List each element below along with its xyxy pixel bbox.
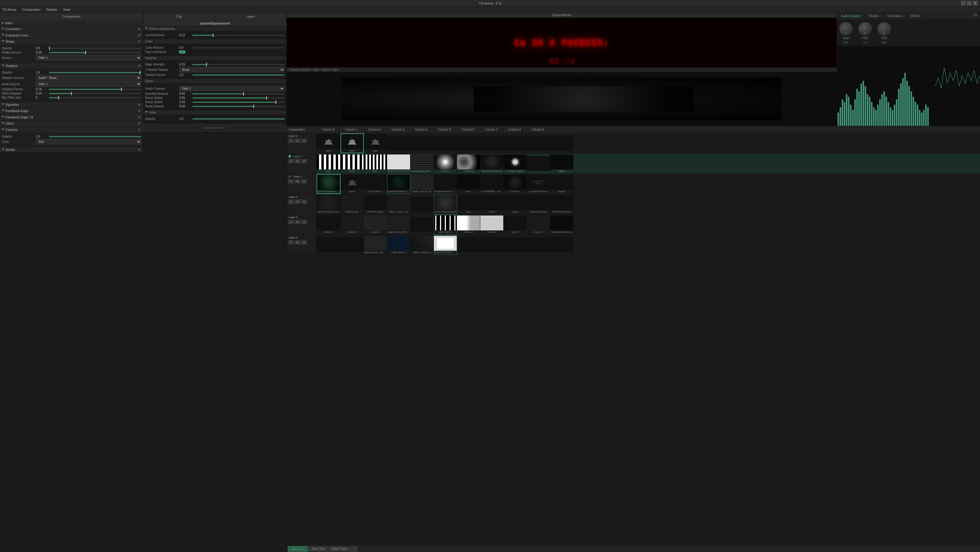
layer-2-x-button[interactable]: X xyxy=(288,199,294,204)
menu-td-arena[interactable]: TD Arena xyxy=(1,8,18,11)
layer-1-cell-composition[interactable]: particleDisplacement xyxy=(317,174,340,194)
layer-6-cell-col3[interactable]: Glitch_Texture_5 xyxy=(410,235,434,255)
layer-5-cell-col7[interactable] xyxy=(504,133,527,153)
layer-6-b-button[interactable]: B xyxy=(294,240,301,244)
layer-5-cell-col4[interactable] xyxy=(434,133,457,153)
layer-1-cell-col0[interactable]: logos xyxy=(340,174,364,194)
layer-1-b-button[interactable]: B xyxy=(294,179,301,183)
pd-particles-section[interactable]: Particles xyxy=(143,56,286,61)
close-vignettes-button[interactable]: ✕ xyxy=(137,102,141,107)
layer-6-x-button[interactable]: X xyxy=(288,240,294,244)
audio-source-dropdown[interactable]: Filter 1 xyxy=(36,81,141,87)
section-video-header[interactable]: Video xyxy=(0,20,143,26)
ssd-knob[interactable] xyxy=(878,22,891,35)
quantize-amount-slider[interactable] xyxy=(192,93,285,94)
ramp-select-slider[interactable] xyxy=(192,102,285,103)
layer-4-cell-composition[interactable]: bars xyxy=(317,154,340,174)
menu-render[interactable]: Render xyxy=(45,8,59,11)
color-amount-slider[interactable] xyxy=(192,47,285,48)
lense-amount-slider[interactable] xyxy=(192,35,285,36)
layer-4-x-button[interactable]: X xyxy=(288,159,294,163)
layer-5-cell-col9[interactable] xyxy=(550,133,573,153)
layer-3-s-button[interactable]: S xyxy=(301,220,307,224)
layer-1-s-button[interactable]: S xyxy=(301,179,307,183)
layer-4-cell-col5[interactable]: Tunnel-2 xyxy=(457,154,480,174)
layer-6-cell-col4[interactable]: Minimal Tunnels (30) xyxy=(434,235,457,255)
add-deck-button[interactable]: + xyxy=(351,546,358,552)
layer-5-b-button[interactable]: B xyxy=(294,139,301,143)
colorize-opacity-slider[interactable] xyxy=(49,136,141,137)
layer-4-cell-col1[interactable]: bars xyxy=(364,154,387,174)
layer-2-cell-col0[interactable]: Wobbly Dots xyxy=(340,194,364,214)
layer-6-cell-composition[interactable] xyxy=(317,235,340,255)
layer-5-cell-col5[interactable] xyxy=(457,133,480,153)
layer-4-b-button[interactable]: B xyxy=(294,159,301,163)
layer-1-cell-col5[interactable]: lines xyxy=(457,174,480,194)
close-correction-button[interactable]: ✕ xyxy=(137,27,141,31)
section-glitch-header[interactable]: Glitch ✕ xyxy=(0,120,143,126)
layer-2-cell-col2[interactable]: Noisy_Texture_18 xyxy=(387,194,410,214)
section-engraved-header[interactable]: Engraved Lines ✕ xyxy=(0,32,143,38)
section-vignettes-header[interactable]: Vignettes ✕ xyxy=(0,102,143,108)
close-engraved-button[interactable]: ✕ xyxy=(137,33,141,37)
particle-source-slider[interactable] xyxy=(192,74,285,76)
layer-5-cell-col6[interactable] xyxy=(480,133,504,153)
close-window-button[interactable]: ✕ xyxy=(973,1,978,6)
layer-5-s-button[interactable]: S xyxy=(301,139,307,143)
displace-opacity-slider[interactable] xyxy=(49,72,141,73)
clip-tab[interactable]: Clip xyxy=(143,13,215,20)
displace-period-slider[interactable] xyxy=(49,89,141,90)
close-displace-button[interactable]: ✕ xyxy=(137,64,141,68)
layer-4-cell-col8[interactable] xyxy=(527,154,550,174)
layer-2-cell-col1[interactable]: Primitive Lights xyxy=(364,194,387,214)
layer-6-cell-col8[interactable] xyxy=(527,235,550,255)
layer-6-cell-col7[interactable] xyxy=(504,235,527,255)
layer-1-cell-col9[interactable]: ripples xyxy=(550,174,573,194)
layer-3-cell-col9[interactable]: Minimal Tunnels (1) xyxy=(550,215,573,235)
composition-tab[interactable]: Composition xyxy=(0,13,143,20)
layer-2-s-button[interactable]: S xyxy=(301,199,307,204)
layer-3-cell-col4[interactable]: Laak Glitch 2 xyxy=(434,215,457,235)
layer-3-cell-col2[interactable]: Experimental_Flicker_4 xyxy=(387,215,410,235)
layer-4-cell-col4[interactable]: Tunnel-1 xyxy=(434,154,457,174)
layer-4-cell-col6[interactable]: Minimal Tunnels (1) xyxy=(480,154,504,174)
layer-2-cell-col9[interactable]: Slow Pace Blocks xyxy=(550,194,573,214)
close-glitch-button[interactable]: ✕ xyxy=(137,121,141,126)
layer-2-cell-col4[interactable]: Noise Displacement xyxy=(434,194,457,214)
layer-5-x-button[interactable]: X xyxy=(288,139,294,143)
deck-tab-one[interactable]: Deck One xyxy=(288,546,308,551)
layer-6-cell-col5[interactable] xyxy=(457,235,480,255)
displace-source-dropdown[interactable]: Audio * Noise xyxy=(36,75,141,80)
layer-3-b-button[interactable]: B xyxy=(294,220,301,224)
deck-tab-two[interactable]: Deck Two xyxy=(308,546,328,551)
layer-3-cell-col5[interactable]: V-Bars-1 xyxy=(457,215,480,235)
pd-section-particle[interactable]: Particle Displacem▸ xyxy=(143,27,286,31)
tab-effects[interactable]: Effects xyxy=(907,13,924,19)
close-feedback-edge-td-button[interactable]: ✕ xyxy=(137,115,141,119)
maximize-button[interactable]: □ xyxy=(967,1,972,6)
layer-1-cell-col4[interactable]: Dungeon boom_5000.5 xyxy=(434,174,457,194)
deck-tab-three[interactable]: Deck Three xyxy=(329,546,351,551)
layer-6-cell-col2[interactable]: Laak Glitch 3 xyxy=(387,235,410,255)
fsd-knob[interactable] xyxy=(858,22,872,35)
layer-1-cell-col7[interactable]: Tunnel-1 xyxy=(504,174,527,194)
layer-3-cell-composition[interactable]: Noise-01 xyxy=(317,215,340,235)
pd-color-section[interactable]: Color xyxy=(143,39,286,44)
layer-5-cell-col2[interactable] xyxy=(387,133,410,153)
layer-3-cell-col8[interactable]: Tunnel-2 xyxy=(527,215,550,235)
layer-4-s-button[interactable]: S xyxy=(301,159,307,163)
layer-1-cell-col1[interactable]: Laak Glitch 1 xyxy=(364,174,387,194)
layer-5-cell-col1[interactable]: logos xyxy=(364,133,387,153)
close-strobe-button[interactable]: ✕ xyxy=(137,148,141,152)
layer-5-cell-col8[interactable] xyxy=(527,133,550,153)
layer-2-cell-col8[interactable]: Confusing Lines xyxy=(527,194,550,214)
layer-2-cell-col5[interactable]: lines xyxy=(457,194,480,214)
section-feedback-edge-td-header[interactable]: Feedback Edge Td ✕ xyxy=(0,114,143,120)
layer-4-cell-col3[interactable]: Experimental_Flicker_4 xyxy=(410,154,434,174)
layer-2-cell-col7[interactable]: Lines xyxy=(504,194,527,214)
layer-4-cell-col0[interactable]: bars xyxy=(340,154,364,174)
layer-2-b-button[interactable]: B xyxy=(294,199,301,204)
pd-ramp-section[interactable]: Ramp xyxy=(143,79,286,84)
section-correction-header[interactable]: Correction ✕ xyxy=(0,26,143,32)
layer-6-s-button[interactable]: S xyxy=(301,240,307,244)
